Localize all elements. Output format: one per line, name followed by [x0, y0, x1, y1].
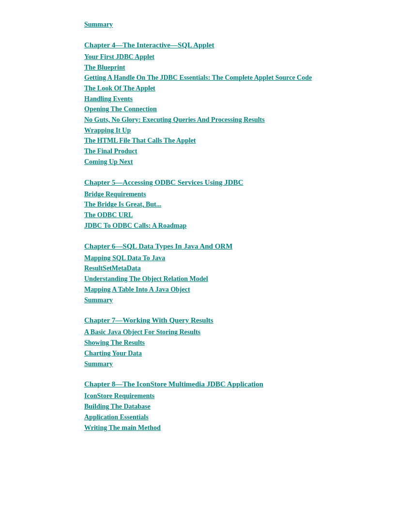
chapter-7-section-0[interactable]: A Basic Java Object For Storing Results [84, 327, 411, 338]
chapter-6-title[interactable]: Chapter 6—SQL Data Types In Java And ORM [84, 241, 411, 252]
chapter-8-section-1[interactable]: Building The Database [84, 401, 411, 412]
chapter-5-section-1[interactable]: The Bridge Is Great, But... [84, 199, 411, 210]
summary-top-link[interactable]: Summary [84, 19, 411, 30]
chapter-4-section-8[interactable]: The HTML File That Calls The Applet [84, 135, 411, 146]
chapter-4-section-9[interactable]: The Final Product [84, 146, 411, 157]
chapter-8-section-3[interactable]: Writing The main Method [84, 423, 411, 433]
chapter-4-section-4[interactable]: Handling Events [84, 94, 411, 104]
chapter-5-section-0[interactable]: Bridge Requirements [84, 189, 411, 200]
chapter-7-section-2[interactable]: Charting Your Data [84, 348, 411, 359]
chapter-5-section-2[interactable]: The ODBC URL [84, 210, 411, 221]
chapter-6-section-3[interactable]: Mapping A Table Into A Java Object [84, 284, 411, 295]
chapter-5-section-3[interactable]: JDBC To ODBC Calls: A Roadmap [84, 221, 411, 231]
chapter-4-section-5[interactable]: Opening The Connection [84, 104, 411, 115]
chapter-4-section-2[interactable]: Getting A Handle On The JDBC Essentials:… [84, 73, 411, 83]
chapter-4-section-1[interactable]: The Blueprint [84, 62, 411, 73]
chapter-7-title[interactable]: Chapter 7—Working With Query Results [84, 315, 411, 326]
chapter-4-section-0[interactable]: Your First JDBC Applet [84, 52, 411, 62]
chapter-4-section-6[interactable]: No Guts, No Glory: Executing Queries And… [84, 115, 411, 125]
chapter-4-title[interactable]: Chapter 4—The Interactive—SQL Applet [84, 40, 411, 51]
chapter-8-title[interactable]: Chapter 8—The IconStore Multimedia JDBC … [84, 379, 411, 390]
chapter-6-section-0[interactable]: Mapping SQL Data To Java [84, 253, 411, 264]
chapter-8-section-2[interactable]: Application Essentials [84, 412, 411, 423]
chapter-8-section-0[interactable]: IconStore Requirements [84, 391, 411, 401]
chapter-4-section-3[interactable]: The Look Of The Applet [84, 83, 411, 94]
chapter-4-section-10[interactable]: Coming Up Next [84, 157, 411, 167]
chapter-6-section-1[interactable]: ResultSetMetaData [84, 263, 411, 274]
chapter-4-section-7[interactable]: Wrapping It Up [84, 125, 411, 136]
chapter-6-section-4[interactable]: Summary [84, 295, 411, 306]
chapter-6-section-2[interactable]: Understanding The Object Relation Model [84, 274, 411, 284]
chapter-7-section-1[interactable]: Showing The Results [84, 338, 411, 348]
chapter-7-section-3[interactable]: Summary [84, 359, 411, 369]
chapter-5-title[interactable]: Chapter 5—Accessing ODBC Services Using … [84, 177, 411, 188]
